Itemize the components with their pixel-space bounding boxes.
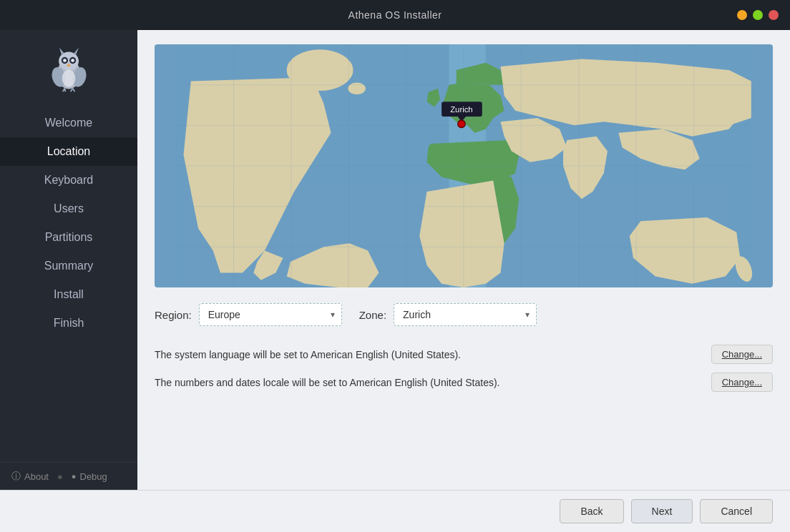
sidebar-item-location[interactable]: Location bbox=[0, 137, 137, 166]
footer-bar: Back Next Cancel bbox=[0, 490, 790, 532]
cancel-button[interactable]: Cancel bbox=[700, 499, 773, 523]
zone-select[interactable]: Zurich Amsterdam Berlin London Paris Vie… bbox=[394, 303, 537, 326]
sidebar-bottom-bar: ⓘ About ● ● Debug bbox=[0, 462, 137, 490]
change-system-language-button[interactable]: Change... bbox=[711, 345, 773, 364]
debug-icon: ● bbox=[72, 472, 77, 481]
svg-line-15 bbox=[72, 88, 74, 92]
region-label: Region: bbox=[155, 309, 192, 321]
sidebar-item-welcome[interactable]: Welcome bbox=[0, 109, 137, 137]
region-control-group: Region: Europe Africa America Asia Austr… bbox=[155, 303, 342, 326]
zone-control-group: Zone: Zurich Amsterdam Berlin London Par… bbox=[359, 303, 537, 326]
location-controls: Region: Europe Africa America Asia Austr… bbox=[155, 287, 773, 338]
svg-text:Zurich: Zurich bbox=[450, 105, 472, 114]
svg-line-13 bbox=[64, 88, 65, 92]
debug-link[interactable]: ● Debug bbox=[72, 471, 107, 482]
svg-marker-4 bbox=[59, 47, 64, 54]
next-button[interactable]: Next bbox=[631, 499, 693, 523]
svg-point-8 bbox=[63, 59, 67, 62]
app-title: Athena OS Installer bbox=[348, 9, 442, 21]
sidebar-item-install[interactable]: Install bbox=[0, 280, 137, 309]
language-info-section: The system language will be set to Ameri… bbox=[155, 338, 773, 490]
region-select-wrapper: Europe Africa America Asia Australia Pac… bbox=[199, 303, 342, 326]
zone-select-wrapper: Zurich Amsterdam Berlin London Paris Vie… bbox=[394, 303, 537, 326]
world-map-svg: Zurich bbox=[155, 44, 773, 287]
sidebar: Welcome Location Keyboard Users Partitio… bbox=[0, 30, 137, 490]
svg-point-9 bbox=[71, 59, 74, 62]
numbers-dates-row: The numbers and dates locale will be set… bbox=[155, 373, 773, 392]
minimize-button[interactable] bbox=[737, 10, 747, 20]
about-link[interactable]: ⓘ About bbox=[11, 470, 49, 483]
zone-label: Zone: bbox=[359, 309, 386, 321]
sidebar-item-users[interactable]: Users bbox=[0, 194, 137, 223]
svg-point-19 bbox=[348, 83, 366, 94]
owl-logo-icon bbox=[49, 46, 89, 93]
close-button[interactable] bbox=[769, 10, 779, 20]
content-area: Zurich Region: Europe Africa America Asi… bbox=[137, 30, 790, 490]
region-select[interactable]: Europe Africa America Asia Australia Pac… bbox=[199, 303, 342, 326]
numbers-dates-text: The numbers and dates locale will be set… bbox=[155, 377, 499, 388]
info-icon: ⓘ bbox=[11, 470, 21, 483]
system-language-text: The system language will be set to Ameri… bbox=[155, 349, 461, 360]
maximize-button[interactable] bbox=[753, 10, 763, 20]
sidebar-navigation: Welcome Location Keyboard Users Partitio… bbox=[0, 109, 137, 338]
svg-point-38 bbox=[458, 120, 465, 127]
change-numbers-dates-button[interactable]: Change... bbox=[711, 373, 773, 392]
svg-point-11 bbox=[62, 69, 75, 87]
sidebar-item-finish[interactable]: Finish bbox=[0, 309, 137, 338]
sidebar-item-summary[interactable]: Summary bbox=[0, 252, 137, 280]
window-controls bbox=[737, 10, 779, 20]
system-language-row: The system language will be set to Ameri… bbox=[155, 345, 773, 364]
sidebar-item-keyboard[interactable]: Keyboard bbox=[0, 166, 137, 194]
titlebar: Athena OS Installer bbox=[0, 0, 790, 30]
app-logo bbox=[47, 44, 90, 94]
back-button[interactable]: Back bbox=[560, 499, 623, 523]
main-layout: Welcome Location Keyboard Users Partitio… bbox=[0, 30, 790, 490]
svg-marker-5 bbox=[74, 47, 79, 54]
sidebar-item-partitions[interactable]: Partitions bbox=[0, 223, 137, 252]
timezone-map[interactable]: Zurich bbox=[155, 44, 773, 287]
